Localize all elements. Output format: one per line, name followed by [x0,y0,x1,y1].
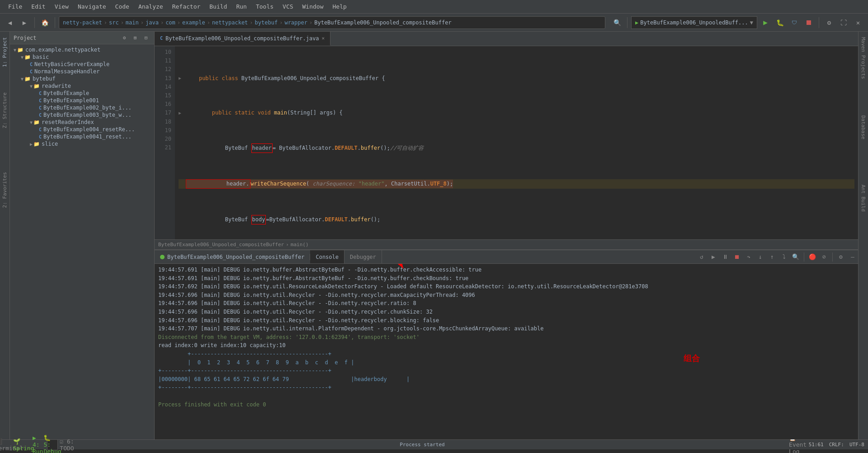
sidebar-item-favorites[interactable]: 2: Favorites [1,168,9,211]
restart-icon[interactable]: ↺ [696,252,707,262]
tab-console[interactable]: Console [310,250,344,263]
console-result-line: read index:0 write index:10 capacity:10 [158,341,854,350]
editor-tab-active[interactable]: C ByteBufExample006_Unpooled_compositeBu… [155,32,330,46]
home-button[interactable]: 🏠 [38,16,51,29]
spring-icon[interactable]: 🌱 Spring [18,439,29,450]
crlf-indicator[interactable]: CRLF: [829,442,844,448]
left-sidebar: 1: Project Z: Structure 2: Favorites [0,32,10,439]
tree-item-bytebuf0041[interactable]: C ByteBufExample0041_reset... [10,133,154,140]
tree-item-bytebuf-folder[interactable]: ▼ 📁 bytebuf [10,75,154,82]
bread-main[interactable]: main [126,19,139,26]
menu-analyze[interactable]: Analyze [134,3,168,10]
menu-run[interactable]: Run [231,3,251,10]
run-button[interactable]: ▶ [759,16,772,29]
settings-debug-icon[interactable]: ⚙ [835,252,846,262]
run-tab-icon[interactable]: ▶ 4: Run [33,439,43,450]
breadcrumb-method: main() [291,242,309,248]
minimize-icon[interactable]: — [847,252,858,262]
bread-src[interactable]: src [109,19,119,26]
breakpoints-icon[interactable]: 🔴 [807,252,818,262]
tree-item-bytebuf002[interactable]: C ByteBufExample002_byte_i... [10,104,154,111]
menu-refactor[interactable]: Refactor [168,3,205,10]
menu-tools[interactable]: Tools [251,3,278,10]
sidebar-item-structure[interactable]: Z: Structure [1,89,9,132]
settings-icon[interactable]: ⚙ [823,16,835,29]
menu-help[interactable]: Help [328,3,351,10]
console-line: 19:44:57.691 [main] DEBUG io.netty.buffe… [158,266,854,274]
console-output[interactable]: 19:44:57.691 [main] DEBUG io.netty.buffe… [155,264,858,439]
sep2 [55,17,55,28]
code-content[interactable]: ▶ public class ByteBufExample006_Unpoole… [175,46,858,239]
event-log-icon[interactable]: 📋 Event Log [793,439,803,450]
tree-item[interactable]: ▼ 📁 basic [10,53,154,61]
bread-classname[interactable]: ByteBufExample006_Unpooled_compositeBuff… [314,19,451,26]
run-gutter-11[interactable]: ▶ [179,110,186,117]
step-over-icon[interactable]: ↷ [743,252,754,262]
tree-item[interactable]: ▼ 📁 com.example.nettypacket [10,46,154,53]
tree-item-readwrite-folder[interactable]: ▼ 📁 readwrite [10,82,154,90]
pause-icon[interactable]: ⏸ [720,252,731,262]
bread-java[interactable]: java [146,19,159,26]
code-line-14: ByteBuf body=ByteBufAllocator.DEFAULT.bu… [179,215,854,224]
bread-wrapper[interactable]: wrapper [284,19,307,26]
step-out-icon[interactable]: ↑ [767,252,778,262]
tab-close-icon[interactable]: ✕ [322,35,325,41]
run-gutter-10[interactable]: ▶ [179,75,186,82]
tree-item-resetreader-folder[interactable]: ▼ 📁 resetReaderIndex [10,119,154,126]
project-panel-header: Project ⚙ ⊞ ⊟ [10,32,154,44]
bread-com[interactable]: com [165,19,175,26]
run-config-selector[interactable]: ▶ ByteBufExample006_UnpooledBuff... ▼ [631,16,757,29]
menu-edit[interactable]: Edit [27,3,50,10]
maximize-icon[interactable]: ⛶ [837,16,850,29]
tree-item-bytebuf004[interactable]: C ByteBufExample004_resetRe... [10,126,154,133]
close-window-icon[interactable]: ✕ [852,16,864,29]
sidebar-maven-projects[interactable]: Maven Projects [859,33,867,83]
sidebar-ant-build[interactable]: Ant Build [859,181,867,215]
menu-file[interactable]: File [4,3,27,10]
sidebar-item-project[interactable]: 1: Project [1,33,9,71]
bread-example[interactable]: example [182,19,205,26]
code-editor[interactable]: 10 11 12 13 14 15 16 17 18 19 20 21 ▶ pu… [155,46,858,239]
code-line-10: ▶ public class ByteBufExample006_Unpoole… [179,74,854,83]
console-line: 19:44:57.696 [main] DEBUG io.netty.util.… [158,291,854,300]
todo-icon[interactable]: ☑ 6: TODO [61,439,72,450]
coverage-button[interactable]: 🛡 [788,16,801,29]
sidebar-database[interactable]: Database [859,112,867,143]
back-button[interactable]: ◀ [4,16,16,29]
debug-button[interactable]: 🐛 [774,16,786,29]
encoding-indicator[interactable]: UTF-8 [849,442,864,448]
bread-project[interactable]: netty-packet [63,19,102,26]
menu-view[interactable]: View [50,3,73,10]
tree-item-bytebuf003[interactable]: C ByteBufExample003_byte_w... [10,111,154,119]
tree-item-nettybasic[interactable]: C NettyBasicServerExample [10,61,154,68]
bottom-toolbar: ↺ ▶ ⏸ ⏹ ↷ ↓ ↑ ⤵ 🔍 🔴 ⊘ ⚙ — [696,252,858,262]
tree-item-bytebufex[interactable]: C ByteBufExample [10,90,154,97]
stop-debug-icon[interactable]: ⏹ [731,252,742,262]
mute-breakpoints-icon[interactable]: ⊘ [819,252,830,262]
evaluate-icon[interactable]: 🔍 [790,252,801,262]
project-settings-icon[interactable]: ⚙ [120,33,129,43]
tree-item-bytebuf001[interactable]: C ByteBufExample001 [10,97,154,104]
project-expand-icon[interactable]: ⊞ [131,33,140,43]
menu-window[interactable]: Window [298,3,328,10]
menu-navigate[interactable]: Navigate [73,3,111,10]
resume-icon[interactable]: ▶ [708,252,719,262]
project-collapse-icon[interactable]: ⊟ [142,33,151,43]
menu-vcs[interactable]: VCS [278,3,297,10]
tab-debugger[interactable]: Debugger [344,250,382,263]
console-table-data: |00000000| 68 65 61 64 65 72 62 6f 64 79… [158,375,854,384]
tree-item-normalmsg[interactable]: C NormalMessageHandler [10,68,154,75]
menu-build[interactable]: Build [205,3,231,10]
bread-bytebuf[interactable]: bytebuf [255,19,278,26]
breadcrumb-class: ByteBufExample006_Unpooled_compositeBuff… [158,242,284,248]
menu-code[interactable]: Code [111,3,134,10]
tree-item-slice-folder[interactable]: ▶ 📁 slice [10,140,154,148]
bread-nettypacket[interactable]: nettypacket [212,19,248,26]
stop-button[interactable]: ⏹ [802,16,815,29]
search-everywhere-icon[interactable]: 🔍 [611,16,623,29]
run-to-cursor-icon[interactable]: ⤵ [778,252,789,262]
forward-button[interactable]: ▶ [18,16,31,29]
step-into-icon[interactable]: ↓ [755,252,766,262]
debug-tab-icon[interactable]: 🐛 5: Debug [47,439,58,450]
right-sidebar: Maven Projects Database Ant Build [858,32,868,439]
